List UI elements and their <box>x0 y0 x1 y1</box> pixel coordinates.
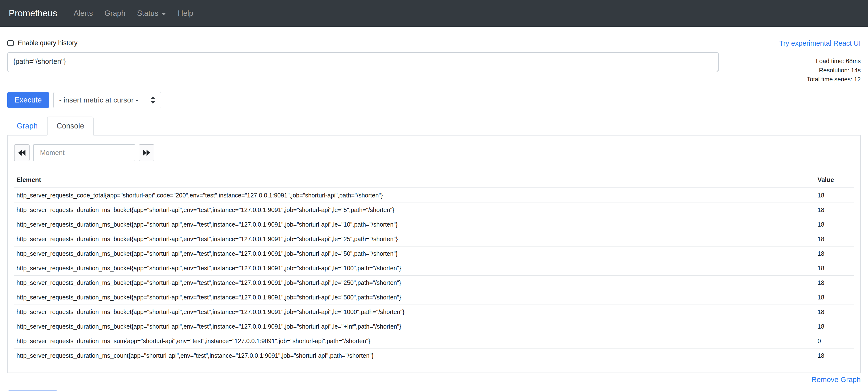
forward-icon <box>143 149 151 157</box>
console-panel: Element Value http_server_requests_code_… <box>7 136 861 373</box>
total-time-series: Total time series: 12 <box>719 75 861 84</box>
column-header-element: Element <box>14 172 815 188</box>
query-expression-input[interactable]: {path="/shorten"} <box>7 52 719 72</box>
metric-value-cell: 0 <box>815 334 854 348</box>
metric-element-cell: http_server_requests_duration_ms_bucket{… <box>14 202 815 217</box>
metric-value-cell: 18 <box>815 188 854 202</box>
metric-element-cell: http_server_requests_duration_ms_bucket{… <box>14 232 815 246</box>
nav-item-graph[interactable]: Graph <box>99 9 131 18</box>
graph-console-tabs: Graph Console <box>7 117 861 136</box>
insert-metric-select[interactable]: - insert metric at cursor - <box>53 92 161 108</box>
nav-item-help[interactable]: Help <box>172 9 199 18</box>
console-results-table: Element Value http_server_requests_code_… <box>14 172 854 363</box>
table-row: http_server_requests_duration_ms_bucket{… <box>14 217 854 232</box>
metric-element-cell: http_server_requests_duration_ms_bucket{… <box>14 305 815 319</box>
table-row: http_server_requests_duration_ms_bucket{… <box>14 305 854 319</box>
tab-console[interactable]: Console <box>47 117 94 136</box>
table-row: http_server_requests_code_total{app="sho… <box>14 188 854 202</box>
select-updown-icon <box>150 96 155 104</box>
enable-query-history-label: Enable query history <box>18 39 78 47</box>
tab-graph[interactable]: Graph <box>7 117 47 136</box>
metric-value-cell: 18 <box>815 348 854 363</box>
metric-value-cell: 18 <box>815 202 854 217</box>
metric-element-cell: http_server_requests_duration_ms_bucket{… <box>14 217 815 232</box>
table-row: http_server_requests_duration_ms_bucket{… <box>14 202 854 217</box>
table-row: http_server_requests_duration_ms_bucket{… <box>14 275 854 290</box>
table-row: http_server_requests_duration_ms_bucket{… <box>14 290 854 305</box>
caret-down-icon <box>161 12 166 15</box>
insert-metric-select-label: - insert metric at cursor - <box>59 96 138 104</box>
moment-input[interactable] <box>33 144 135 161</box>
metric-element-cell: http_server_requests_duration_ms_bucket{… <box>14 275 815 290</box>
table-row: http_server_requests_duration_ms_bucket{… <box>14 261 854 275</box>
brand-prometheus[interactable]: Prometheus <box>9 8 57 19</box>
metric-value-cell: 18 <box>815 319 854 334</box>
metric-value-cell: 18 <box>815 305 854 319</box>
page-content: Enable query history Try experimental Re… <box>0 39 868 391</box>
metric-value-cell: 18 <box>815 246 854 261</box>
enable-query-history-checkbox[interactable] <box>7 40 14 46</box>
table-row: http_server_requests_duration_ms_bucket{… <box>14 246 854 261</box>
backward-icon <box>18 149 26 157</box>
query-stats: Load time: 68ms Resolution: 14s Total ti… <box>719 52 861 84</box>
metric-element-cell: http_server_requests_code_total{app="sho… <box>14 188 815 202</box>
enable-query-history-toggle: Enable query history <box>7 39 78 47</box>
metric-value-cell: 18 <box>815 217 854 232</box>
remove-graph-link[interactable]: Remove Graph <box>811 375 861 384</box>
nav-item-status[interactable]: Status <box>131 9 172 18</box>
metric-element-cell: http_server_requests_duration_ms_sum{app… <box>14 334 815 348</box>
moment-back-button[interactable] <box>14 144 30 161</box>
table-row: http_server_requests_duration_ms_bucket{… <box>14 232 854 246</box>
metric-element-cell: http_server_requests_duration_ms_bucket{… <box>14 290 815 305</box>
execute-button[interactable]: Execute <box>7 92 49 108</box>
nav-item-alerts[interactable]: Alerts <box>68 9 99 18</box>
metric-element-cell: http_server_requests_duration_ms_bucket{… <box>14 246 815 261</box>
table-header-row: Element Value <box>14 172 854 188</box>
metric-value-cell: 18 <box>815 232 854 246</box>
table-row: http_server_requests_duration_ms_sum{app… <box>14 334 854 348</box>
resolution: Resolution: 14s <box>719 66 861 75</box>
metric-value-cell: 18 <box>815 275 854 290</box>
try-react-ui-link[interactable]: Try experimental React UI <box>779 39 861 47</box>
moment-forward-button[interactable] <box>139 144 154 161</box>
load-time: Load time: 68ms <box>719 57 861 66</box>
metric-value-cell: 18 <box>815 290 854 305</box>
metric-value-cell: 18 <box>815 261 854 275</box>
moment-navigation <box>14 144 854 161</box>
table-row: http_server_requests_duration_ms_count{a… <box>14 348 854 363</box>
metric-element-cell: http_server_requests_duration_ms_bucket{… <box>14 261 815 275</box>
column-header-value: Value <box>815 172 854 188</box>
table-row: http_server_requests_duration_ms_bucket{… <box>14 319 854 334</box>
navbar: Prometheus Alerts Graph Status Help <box>0 0 868 27</box>
metric-element-cell: http_server_requests_duration_ms_count{a… <box>14 348 815 363</box>
metric-element-cell: http_server_requests_duration_ms_bucket{… <box>14 319 815 334</box>
